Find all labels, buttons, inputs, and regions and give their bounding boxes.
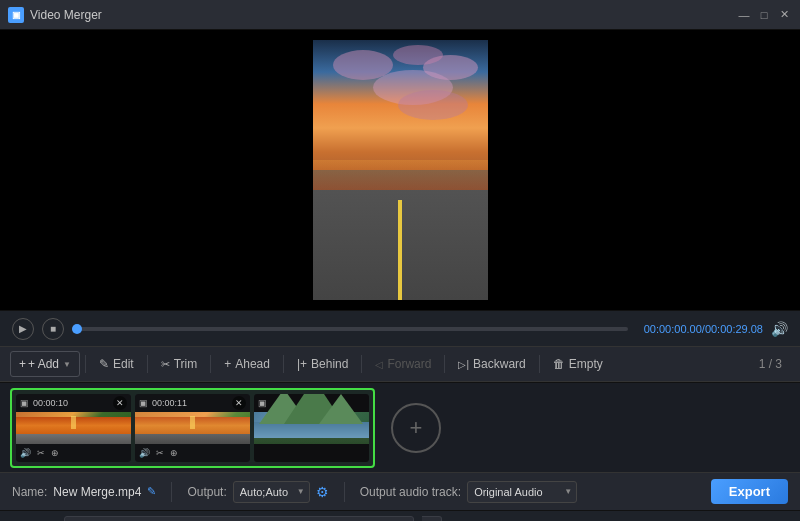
behind-button[interactable]: |+ Behind [289, 351, 357, 377]
volume-button[interactable]: 🔊 [771, 321, 788, 337]
add-label: + Add [28, 357, 59, 371]
clip-2-audio-icon: 🔊 [139, 448, 150, 458]
app-icon: ▣ [8, 7, 24, 23]
separator-4 [283, 355, 284, 373]
name-edit-icon[interactable]: ✎ [147, 485, 156, 498]
add-icon: + [19, 357, 26, 371]
output-select-wrapper: Auto;Auto [233, 481, 310, 503]
clip-item-3[interactable]: ▣ [254, 394, 369, 462]
add-caret: ▼ [63, 360, 71, 369]
clip-1-audio-icon: 🔊 [20, 448, 31, 458]
backward-icon: ▷| [458, 359, 469, 370]
forward-label: Forward [387, 357, 431, 371]
clip-1-time: 00:00:10 [33, 398, 68, 408]
output-label: Output: [187, 485, 226, 499]
output-field: Output: Auto;Auto ⚙ [187, 481, 328, 503]
backward-button[interactable]: ▷| Backward [450, 351, 533, 377]
cloud-5 [393, 45, 443, 65]
clip-item-2[interactable]: ▣ 00:00:11 ✕ 🔊 ✂ ⊕ [135, 394, 250, 462]
output-select[interactable]: Auto;Auto [233, 481, 310, 503]
progress-bar[interactable] [72, 327, 628, 331]
clip-1-footer: 🔊 ✂ ⊕ [16, 444, 131, 462]
forward-icon: ◁ [375, 359, 383, 370]
separator-1 [85, 355, 86, 373]
audio-track-field: Output audio track: Original Audio [360, 481, 577, 503]
edit-label: Edit [113, 357, 134, 371]
time-display: 00:00:00.00/00:00:29.08 [644, 323, 763, 335]
forward-button[interactable]: ◁ Forward [367, 351, 439, 377]
minimize-button[interactable]: — [736, 7, 752, 23]
separator-2 [147, 355, 148, 373]
name-field: Name: New Merge.mp4 ✎ [12, 485, 156, 499]
clip-3-footer [254, 444, 369, 462]
clip-2-footer: 🔊 ✂ ⊕ [135, 444, 250, 462]
stop-button[interactable]: ■ [42, 318, 64, 340]
ahead-button[interactable]: + Ahead [216, 351, 278, 377]
behind-icon: |+ [297, 357, 307, 371]
add-button[interactable]: + + Add ▼ [10, 351, 80, 377]
separator-5 [361, 355, 362, 373]
progress-handle[interactable] [72, 324, 82, 334]
empty-button[interactable]: 🗑 Empty [545, 351, 611, 377]
trash-icon: 🗑 [553, 357, 565, 371]
saveto-path: D:\Vidmore\Vidmore Video Converter\Merge… [64, 516, 414, 522]
horizon-glow [313, 160, 488, 190]
cloud-4 [398, 90, 468, 120]
app-title: Video Merger [30, 8, 102, 22]
video-preview [313, 40, 488, 300]
audio-select-wrapper: Original Audio [467, 481, 577, 503]
audio-track-label: Output audio track: [360, 485, 461, 499]
export-button[interactable]: Export [711, 479, 788, 504]
controls-bar: ▶ ■ 00:00:00.00/00:00:29.08 🔊 [0, 310, 800, 346]
trim-label: Trim [174, 357, 198, 371]
timeline-inner: ▣ 00:00:10 ✕ 🔊 ✂ ⊕ ▣ 00:00:11 ✕ [10, 388, 375, 468]
timeline-area: ▣ 00:00:10 ✕ 🔊 ✂ ⊕ ▣ 00:00:11 ✕ [0, 382, 800, 472]
clip-1-close[interactable]: ✕ [113, 396, 127, 410]
behind-label: Behind [311, 357, 348, 371]
clip-1-icon: ▣ [20, 398, 29, 408]
bottom-bar: Name: New Merge.mp4 ✎ Output: Auto;Auto … [0, 472, 800, 510]
road-line [398, 200, 402, 300]
title-bar-left: ▣ Video Merger [8, 7, 102, 23]
maximize-button[interactable]: □ [756, 7, 772, 23]
ahead-icon: + [224, 357, 231, 371]
preview-area [0, 30, 800, 310]
clip-2-icon: ▣ [139, 398, 148, 408]
clip-1-settings-icon: ⊕ [51, 448, 59, 458]
page-info: 1 / 3 [759, 357, 782, 371]
separator-3 [210, 355, 211, 373]
bottom-sep-1 [171, 482, 172, 502]
ahead-label: Ahead [235, 357, 270, 371]
clip-2-time: 00:00:11 [152, 398, 187, 408]
clip-2-settings-icon: ⊕ [170, 448, 178, 458]
close-button[interactable]: ✕ [776, 7, 792, 23]
window-controls: — □ ✕ [736, 7, 792, 23]
total-time: 00:00:29.08 [705, 323, 763, 335]
audio-track-select[interactable]: Original Audio [467, 481, 577, 503]
bottom-sep-2 [344, 482, 345, 502]
saveto-dropdown[interactable]: ▼ [422, 516, 442, 522]
title-bar: ▣ Video Merger — □ ✕ [0, 0, 800, 30]
play-button[interactable]: ▶ [12, 318, 34, 340]
name-label: Name: [12, 485, 47, 499]
backward-label: Backward [473, 357, 526, 371]
output-gear-icon[interactable]: ⚙ [316, 484, 329, 500]
clip-2-scissors-icon: ✂ [156, 448, 164, 458]
clip-2-close[interactable]: ✕ [232, 396, 246, 410]
empty-label: Empty [569, 357, 603, 371]
separator-6 [444, 355, 445, 373]
clip-item-1[interactable]: ▣ 00:00:10 ✕ 🔊 ✂ ⊕ [16, 394, 131, 462]
name-value: New Merge.mp4 [53, 485, 141, 499]
toolbar: + + Add ▼ ✎ Edit ✂ Trim + Ahead |+ Behin… [0, 346, 800, 382]
clip-1-scissors-icon: ✂ [37, 448, 45, 458]
scissors-icon: ✂ [161, 358, 170, 371]
edit-icon: ✎ [99, 357, 109, 371]
separator-7 [539, 355, 540, 373]
current-time: 00:00:00.00 [644, 323, 702, 335]
trim-button[interactable]: ✂ Trim [153, 351, 206, 377]
add-clip-button[interactable]: + [391, 403, 441, 453]
clip-3-thumbnail [254, 412, 369, 444]
saveto-bar: Save to: D:\Vidmore\Vidmore Video Conver… [0, 510, 800, 521]
edit-button[interactable]: ✎ Edit [91, 351, 142, 377]
clip-2-thumbnail [135, 412, 250, 444]
